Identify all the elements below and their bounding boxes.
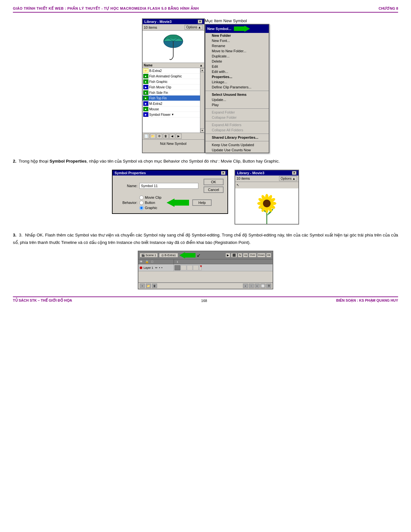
scroll-left-button[interactable]: ◀: [169, 134, 175, 139]
menu-item-define-clip[interactable]: Define Clip Parameters...: [206, 85, 269, 90]
radio-graphic-label: Graphic: [145, 206, 157, 210]
library2-count: 10 items: [236, 176, 250, 180]
list-item[interactable]: ▶ Fish Movie Clip: [143, 85, 200, 90]
new-folder-button[interactable]: 📁: [150, 134, 156, 139]
radio-movie-clip-input[interactable]: [139, 196, 144, 200]
radio-button-label: Button: [145, 201, 155, 205]
menu-separator-4: [206, 134, 269, 134]
scroll-up-button[interactable]: ▲: [200, 68, 205, 72]
library2-toolbar: 10 items Options ▲: [235, 176, 298, 182]
cancel-button[interactable]: Cancel: [204, 186, 224, 193]
menu-item-shared-library[interactable]: Shared Library Properties...: [206, 135, 269, 140]
list-sort-icon[interactable]: ▲: [200, 64, 203, 67]
frame-2[interactable]: [181, 265, 186, 270]
menu-item-linkage[interactable]: Linkage...: [206, 79, 269, 85]
menu-item-update-counts[interactable]: Update Use Counts Now: [206, 147, 269, 153]
footer-right-icons: ▪ ▫ ▪ ⬜ ☰: [243, 284, 271, 288]
step2-bold: Symbol Properties: [50, 159, 87, 164]
list-item[interactable]: ■ Fish Side Fin: [143, 90, 200, 95]
delete-button[interactable]: 🗑: [163, 134, 169, 139]
name-input[interactable]: [139, 183, 198, 189]
menu-item-rename[interactable]: Rename: [206, 43, 269, 48]
behavior-radio-group: Movie Clip Button Graphic: [139, 196, 161, 210]
options2-arrow-icon: ▲: [292, 177, 296, 180]
play-icon[interactable]: ▶: [226, 253, 230, 257]
library-items-count: 10 items: [144, 25, 157, 29]
footer-right: BIÊN SOẠN : KS PHẠM QUANG HUY: [336, 298, 398, 303]
symbol-props-close-button[interactable]: ✕: [221, 171, 226, 175]
menu-item-delete[interactable]: Delete: [206, 59, 269, 64]
frame-btn[interactable]: N: [238, 253, 243, 257]
up-tab[interactable]: Up: [243, 253, 248, 257]
layer1-pencil-icon: ✏: [155, 266, 158, 269]
library-preview: [143, 31, 204, 63]
step2-number: 2. Trong hộp thoại: [13, 159, 50, 164]
list-item[interactable]: ▶ M-Extra2: [143, 101, 200, 106]
add-folder-button[interactable]: 📁: [146, 284, 151, 288]
stop-icon[interactable]: ⬛: [231, 253, 237, 257]
ok-button[interactable]: OK: [204, 179, 224, 185]
cursor-pointer-icon: ↙: [197, 253, 201, 258]
menu-item-new-symbol[interactable]: New Symbol...: [206, 25, 269, 33]
library-options-button[interactable]: Options ▲: [185, 25, 203, 30]
layer1-frames: [174, 264, 273, 271]
menu-item-edit-with[interactable]: Edit with...: [206, 69, 269, 74]
add-layer-button[interactable]: +: [140, 284, 145, 288]
library-list-scroll: 📁 B-Extra2 ■ Fish Animated Graphic ■ Fis…: [143, 68, 200, 133]
frame-icon-4[interactable]: ⬜: [260, 284, 266, 288]
menu-item-select-unused[interactable]: Select Unused Items: [206, 92, 269, 97]
help-button[interactable]: Help: [192, 199, 212, 206]
down-tab[interactable]: Down: [257, 253, 266, 257]
menu-item-properties[interactable]: Properties...: [206, 74, 269, 79]
list-item[interactable]: ▶ Symbol Flower ▼: [143, 112, 200, 117]
scroll-down-button[interactable]: ▼: [200, 128, 205, 133]
library2-options-button[interactable]: Options ▲: [279, 176, 297, 181]
radio-graphic-input[interactable]: [139, 206, 144, 210]
scene1-button[interactable]: 🎬 Scene 1: [140, 253, 158, 257]
frame-1[interactable]: [175, 265, 180, 270]
bextra1-tab[interactable]: ◎ B-Extra1: [159, 253, 178, 257]
over-tab[interactable]: Over: [249, 253, 256, 257]
frame-icon-2[interactable]: ▫: [249, 284, 254, 288]
menu-item-duplicate[interactable]: Duplicate...: [206, 54, 269, 59]
properties-button[interactable]: ⚙: [156, 134, 162, 139]
frame-4[interactable]: [193, 265, 199, 270]
frame-icon-5[interactable]: ☰: [266, 284, 271, 288]
list-item-fish-top-fin[interactable]: ■ Fish Top Fin: [143, 95, 200, 101]
list-item[interactable]: ■ Fish Animated Graphic: [143, 74, 200, 79]
list-item[interactable]: 📁 B-Extra2: [143, 68, 200, 74]
page-header: GIÁO TRÌNH THIẾT KẾ WEB : PHẦN LÝ THUYẾT…: [13, 6, 398, 13]
delete-layer-button[interactable]: 🗑: [152, 284, 157, 288]
bextra1-label: B-Extra1: [165, 254, 176, 257]
step2-text: 2. Trong hộp thoại Symbol Properties, nh…: [13, 158, 398, 165]
frame-3[interactable]: [187, 265, 193, 270]
list-item[interactable]: ■ Fish Graphic: [143, 79, 200, 85]
menu-item-update[interactable]: Update...: [206, 97, 269, 102]
frame-icon-3[interactable]: ▪: [255, 284, 260, 288]
scroll-right-button[interactable]: ▶: [176, 134, 182, 139]
library-close-button[interactable]: ✕: [198, 20, 202, 24]
library2-close-button[interactable]: ✕: [292, 171, 296, 175]
list-item[interactable]: ■ Mouse: [143, 106, 200, 112]
menu-item-new-folder[interactable]: New Folder: [206, 33, 269, 38]
menu-item-keep-counts[interactable]: Keep Use Counts Updated: [206, 142, 269, 147]
menu-item-play[interactable]: Play: [206, 102, 269, 107]
menu-item-new-font[interactable]: New Font...: [206, 38, 269, 43]
frame-icon-1[interactable]: ▪: [243, 284, 248, 288]
graphic-icon: ■: [143, 107, 148, 111]
library-scrollbar[interactable]: ▲ ▼: [200, 68, 204, 133]
frame-num-1: 1: [175, 260, 180, 263]
library-list-header: Name ▲: [143, 63, 204, 68]
menu-item-expand-folder: Expand Folder: [206, 110, 269, 115]
radio-button-input[interactable]: [139, 201, 144, 205]
layer-header-cell: 👁 🔒 □: [138, 259, 174, 264]
menu-item-edit[interactable]: Edit: [206, 64, 269, 69]
hit-tab[interactable]: Hit: [266, 253, 271, 257]
library-window: Library - Movie3 ✕ 10 items Options ▲: [142, 18, 205, 153]
menu-item-move-to-folder[interactable]: Move to New Folder...: [206, 48, 269, 54]
symbol-props-body: Name: OK Cancel Behavior: Movie Clip Bu: [113, 176, 227, 213]
context-menu: New Symbol... New Folder New Font... Ren…: [205, 24, 269, 153]
timeline-arrow-icon: [179, 252, 195, 258]
new-symbol-button[interactable]: 📄: [144, 134, 149, 139]
frame-marker: [199, 265, 202, 270]
